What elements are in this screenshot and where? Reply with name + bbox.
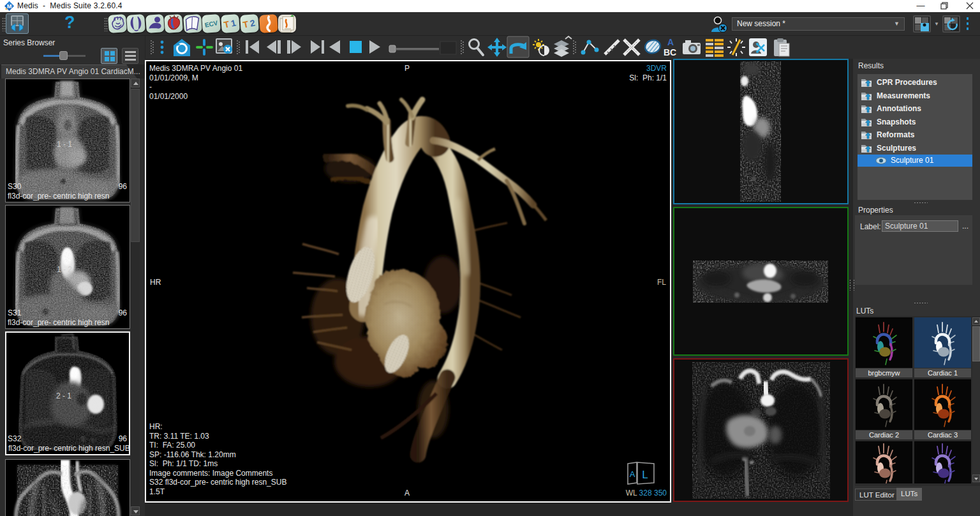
svg-text:ECV: ECV (204, 19, 219, 29)
svg-text:2: 2 (249, 17, 256, 28)
svg-text:M: M (7, 3, 12, 10)
svg-text:BC: BC (664, 47, 676, 57)
svg-text:T: T (223, 19, 230, 30)
svg-text:T: T (242, 19, 249, 30)
svg-text:A: A (667, 37, 674, 47)
svg-text:1: 1 (230, 17, 237, 28)
